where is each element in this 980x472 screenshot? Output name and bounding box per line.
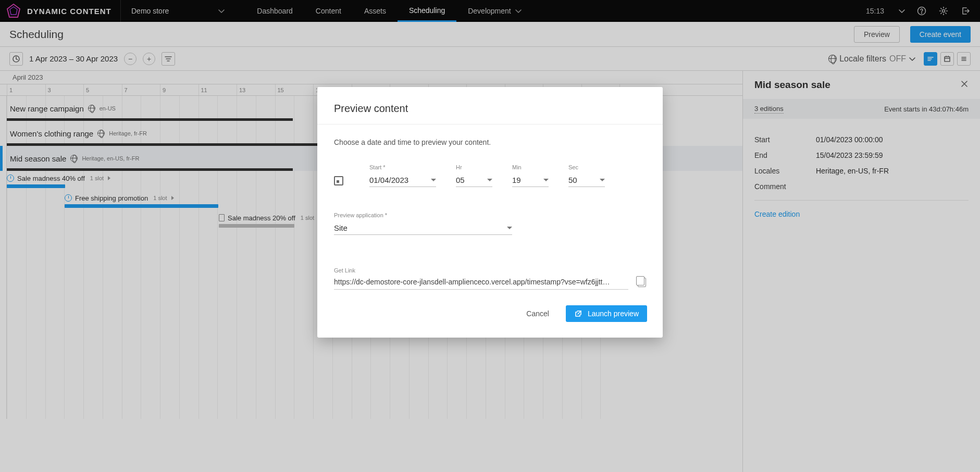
chevron-down-icon — [543, 179, 549, 181]
preview-app-select[interactable]: Site — [334, 221, 512, 235]
hour-label: Hr — [456, 164, 492, 170]
cancel-button[interactable]: Cancel — [524, 305, 551, 322]
preview-app-label: Preview application * — [334, 212, 512, 218]
preview-content-modal: Preview content Choose a date and time t… — [317, 87, 663, 338]
minute-select[interactable]: 19 — [512, 173, 549, 187]
second-label: Sec — [568, 164, 605, 170]
modal-description: Choose a date and time to preview your c… — [334, 138, 646, 146]
hour-select[interactable]: 05 — [456, 173, 492, 187]
launch-preview-button[interactable]: Launch preview — [566, 305, 647, 322]
getlink-value[interactable]: https://dc-demostore-core-jlansdell-ampl… — [334, 275, 628, 290]
start-date-input[interactable]: 01/04/2023 — [369, 173, 436, 187]
copy-icon[interactable] — [638, 278, 646, 287]
calendar-icon[interactable] — [334, 176, 343, 185]
chevron-down-icon — [600, 179, 605, 181]
chevron-down-icon — [507, 227, 512, 229]
getlink-label: Get Link — [334, 267, 355, 274]
modal-scrim[interactable]: Preview content Choose a date and time t… — [0, 0, 980, 472]
second-select[interactable]: 50 — [568, 173, 605, 187]
minute-label: Min — [512, 164, 549, 170]
start-date-label: Start * — [369, 164, 436, 170]
chevron-down-icon — [431, 179, 436, 181]
modal-title: Preview content — [317, 87, 663, 124]
chevron-down-icon — [487, 179, 492, 181]
